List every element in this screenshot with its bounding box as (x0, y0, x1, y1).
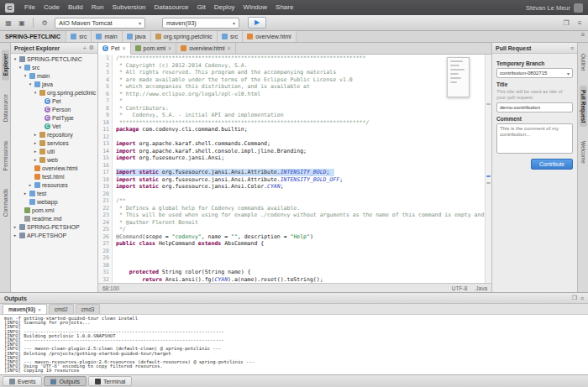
menu-icon[interactable]: ≡ (580, 295, 584, 301)
expand-arrow[interactable]: ▸ (33, 157, 38, 162)
close-icon[interactable]: × (38, 307, 41, 312)
branch-select[interactable]: contribution-0802715 ▾ (496, 68, 573, 78)
breadcrumb-tab-main[interactable]: main (91, 31, 121, 42)
tree-item-pet[interactable]: CPet (11, 97, 97, 105)
code-line: * Contributors: (116, 105, 485, 112)
code-area[interactable]: /***************************************… (113, 55, 485, 283)
encoding-indicator[interactable]: UTF-8 (452, 285, 467, 291)
bottom-tab-terminal[interactable]: Terminal (88, 376, 132, 386)
output-tab-cmd3[interactable]: cmd3 (76, 304, 101, 314)
panel-tab-datasource[interactable]: Datasource (2, 90, 9, 126)
expand-arrow[interactable]: ▾ (18, 65, 23, 70)
console-output[interactable]: mvn -f getting-started-guided-tour clean… (0, 315, 588, 374)
breadcrumb-tab-src[interactable]: src (217, 31, 242, 42)
panel-tab-explorer[interactable]: Explorer (2, 50, 9, 80)
split-layout-icon[interactable]: ❐ (561, 19, 571, 27)
menu-window[interactable]: Window (239, 0, 271, 15)
machine-selector[interactable]: AIO Maven Tomcat ▾ (55, 18, 145, 29)
tree-item-person[interactable]: CPerson (11, 105, 97, 113)
close-icon[interactable]: × (168, 45, 171, 51)
menu-git[interactable]: Git (192, 0, 209, 15)
expand-arrow[interactable]: ▸ (33, 140, 38, 145)
panel-tab-permissions[interactable]: Permissions (2, 137, 9, 175)
contribute-button[interactable]: Contribute (531, 159, 573, 170)
user-avatar[interactable] (574, 3, 583, 13)
output-tab-cmd2[interactable]: cmd2 (49, 304, 74, 314)
tree-item-java[interactable]: ▾java (11, 80, 97, 88)
overview-ruler[interactable] (485, 55, 491, 283)
maximize-icon[interactable]: ❐ (572, 295, 577, 301)
menu-datasource[interactable]: Datasource (150, 0, 193, 15)
expand-arrow[interactable]: ▸ (28, 182, 33, 187)
tree-item-pom-xml[interactable]: pom.xml (11, 206, 97, 214)
panel-tab-outline[interactable]: Outline (580, 50, 587, 76)
tree-item-webapp[interactable]: webapp (11, 197, 97, 206)
gear-icon[interactable]: ⚙ (89, 44, 94, 51)
bottom-tab-outputs[interactable]: Outputs (44, 376, 87, 386)
panel-tab-commands[interactable]: Commands (2, 185, 9, 221)
tree-item-api-petshop[interactable]: ▸API-PETSHOP (11, 231, 97, 239)
run-button[interactable]: ▶ (248, 17, 266, 29)
output-tab-maven-93-[interactable]: maven(93)× (3, 304, 47, 314)
tree-item-test-html[interactable]: test.html (11, 172, 97, 180)
menu-build[interactable]: Build (64, 0, 87, 15)
tree-item-org-spring-petclinic[interactable]: ▾org.spring.petclinic (11, 88, 97, 97)
tree-item-util[interactable]: ▸util (11, 147, 97, 155)
tree-item-pettype[interactable]: CPetType (11, 113, 97, 122)
expand-arrow[interactable]: ▸ (33, 132, 38, 137)
toolbar-menu-icon[interactable]: ≡ (575, 19, 585, 27)
menu-run[interactable]: Run (87, 0, 108, 15)
menu-subversion[interactable]: Subversion (108, 0, 150, 15)
add-icon[interactable]: + (83, 45, 87, 51)
expand-arrow[interactable]: ▸ (23, 191, 28, 196)
breadcrumb-tab-src[interactable]: src (66, 31, 91, 42)
package-icon (39, 90, 45, 96)
close-icon[interactable]: × (123, 45, 126, 51)
settings-wrench-icon[interactable]: ⚙ (39, 19, 50, 27)
command-selector[interactable]: maven(93) ▾ (162, 18, 239, 29)
editor-tab-pet[interactable]: CPet× (98, 43, 131, 55)
tree-item-readme-md[interactable]: readme.md (11, 214, 97, 222)
tree-item-repository[interactable]: ▸repository (11, 130, 97, 139)
tree-item-vet[interactable]: CVet (11, 122, 97, 130)
tree-item-main[interactable]: ▾main (11, 71, 97, 80)
panel-tab-pull-request[interactable]: Pull Request (580, 86, 587, 127)
breadcrumb-tab-java[interactable]: java (122, 31, 150, 42)
user-name[interactable]: Stévan Le Meur (526, 4, 574, 12)
breadcrumb-tab-overview-html[interactable]: overview.html (242, 31, 296, 42)
projects-icon[interactable]: ▣ (17, 19, 27, 27)
tree-item-resources[interactable]: ▸resources (11, 180, 97, 189)
tree-item-spring-petclinic[interactable]: ▾SPRING-PETCLINIC (11, 55, 97, 63)
expand-arrow[interactable]: ▾ (23, 73, 28, 78)
tree-item-test[interactable]: ▸test (11, 189, 97, 197)
menu-code[interactable]: Code (39, 0, 64, 15)
tree-item-spring-petshop[interactable]: ▸SPRING-PETSHOP (11, 222, 97, 231)
expand-arrow[interactable]: ▾ (13, 56, 18, 61)
tree-item-services[interactable]: ▸services (11, 139, 97, 147)
panel-tab-welcome[interactable]: Welcome (580, 137, 587, 168)
language-mode[interactable]: Java (475, 285, 487, 291)
breadcrumb-project[interactable]: SPRING-PETCLINIC (0, 31, 66, 42)
panel-layout-icon[interactable]: ≡ (578, 31, 588, 42)
title-input[interactable]: demo-contribution (496, 102, 573, 112)
apps-grid-icon[interactable]: ▦ (3, 19, 13, 27)
expand-arrow[interactable]: ▸ (13, 224, 18, 229)
expand-arrow[interactable]: ▾ (28, 81, 33, 86)
bottom-tab-events[interactable]: Events (3, 376, 42, 386)
expand-arrow[interactable]: ▸ (13, 233, 18, 238)
close-icon[interactable]: × (228, 45, 231, 51)
tree-item-web[interactable]: ▸web (11, 155, 97, 164)
editor-tab-pom-xml[interactable]: pom.xml× (131, 43, 177, 54)
tree-item-overview-html[interactable]: overview.html (11, 164, 97, 172)
expand-arrow[interactable]: ▸ (33, 149, 38, 154)
menu-icon[interactable]: ≡ (570, 45, 574, 51)
comment-textarea[interactable]: This is the comment of my contribution..… (496, 123, 573, 154)
editor-tab-overview-html[interactable]: overview.html× (176, 43, 236, 54)
breadcrumb-tab-org-spring-petclinic[interactable]: org.spring.petclinic (150, 31, 217, 42)
tree-item-src[interactable]: ▾src (11, 63, 97, 71)
editor-body[interactable]: 1234567891011121314151617181920212223242… (98, 55, 491, 283)
expand-arrow[interactable]: ▾ (33, 90, 38, 95)
menu-deploy[interactable]: Deploy (210, 0, 239, 15)
menu-file[interactable]: File (20, 0, 39, 15)
menu-share[interactable]: Share (271, 0, 297, 15)
